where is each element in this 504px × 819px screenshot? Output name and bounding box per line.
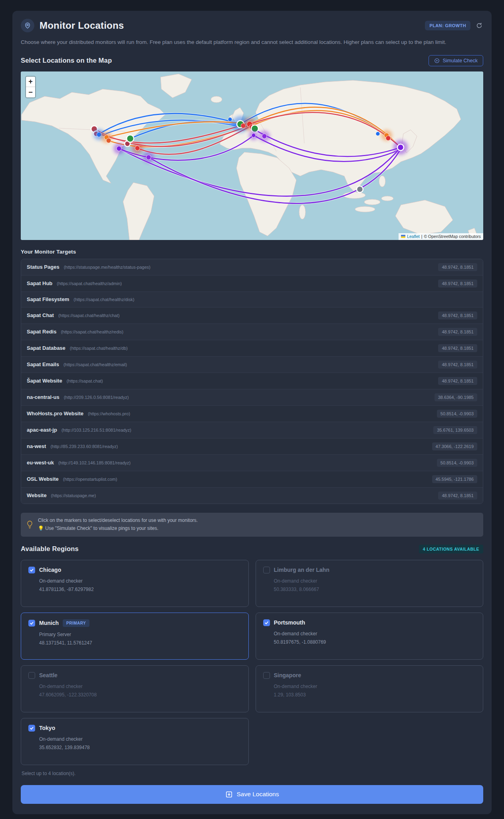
map-marker[interactable] [252, 133, 256, 137]
zoom-in-button[interactable]: + [26, 77, 35, 87]
region-checkbox[interactable] [28, 672, 35, 679]
table-row: WhoHosts.pro Website (https://whohosts.p… [21, 405, 483, 422]
regions-heading: Available Regions [21, 545, 79, 553]
region-card[interactable]: Tokyo PRIMARY On-demand checker 35.65283… [21, 718, 249, 765]
region-name: Munich [39, 620, 59, 626]
region-coords: 35.652832, 139.839478 [39, 745, 241, 750]
world-map-container[interactable]: + − Leaflet | © OpenStreetMap contributo… [21, 71, 483, 240]
map-pin-icon [21, 19, 34, 32]
table-row: Šapat Website (https://sapat.chat) 48.97… [21, 373, 483, 389]
target-url: (https://statuspage.me/healthz/status-pa… [64, 265, 151, 270]
selection-limit-note: Select up to 4 location(s). [22, 771, 482, 776]
target-url: (https://sapat.chat/healthz/redis) [61, 329, 123, 334]
page-header: Monitor Locations PLAN: GROWTH [21, 19, 483, 32]
attribution-separator: | [421, 234, 423, 239]
map-marker[interactable] [228, 117, 232, 121]
target-coords-badge: 35.6761, 139.6503 [433, 426, 477, 434]
map-marker[interactable] [97, 132, 101, 137]
map-marker[interactable] [386, 136, 391, 141]
target-name: Sapat Database [27, 345, 65, 351]
target-coords-badge: 45.5945, -121.1786 [432, 475, 477, 483]
region-coords: 50.8197675, -1.0880769 [274, 639, 476, 645]
world-map[interactable] [21, 71, 483, 240]
table-row: Status Pages (https://statuspage.me/heal… [21, 259, 483, 275]
map-marker[interactable] [397, 144, 404, 151]
check-icon [30, 726, 34, 730]
osm-attribution: © OpenStreetMap contributors [424, 234, 481, 239]
region-card[interactable]: Limburg an der Lahn PRIMARY On-demand ch… [256, 560, 484, 607]
target-name: Sapat Filesystem [27, 296, 69, 302]
target-coords-badge: 48.9742, 8.1851 [438, 311, 477, 319]
zoom-out-button[interactable]: − [26, 87, 35, 97]
target-coords-badge: 48.9742, 8.1851 [438, 280, 477, 288]
target-coords-badge: 48.9742, 8.1851 [438, 377, 477, 385]
region-card[interactable]: Portsmouth PRIMARY On-demand checker 50.… [256, 613, 484, 660]
map-marker[interactable] [357, 186, 363, 192]
region-type: Primary Server [39, 632, 241, 637]
region-type: On-demand checker [274, 631, 476, 637]
target-coords-badge: 50.8514, -0.9903 [437, 410, 477, 418]
region-type: On-demand checker [274, 684, 476, 689]
save-locations-button[interactable]: Save Locations [21, 785, 483, 804]
play-circle-icon [434, 58, 440, 63]
target-name: na-central-us [27, 394, 60, 400]
map-marker[interactable] [135, 146, 140, 151]
map-marker[interactable] [146, 155, 151, 160]
map-section-title: Select Locations on the Map [21, 57, 112, 64]
monitor-locations-panel: Monitor Locations PLAN: GROWTH Choose wh… [12, 11, 492, 814]
region-checkbox[interactable] [263, 567, 270, 573]
region-checkbox[interactable] [263, 672, 270, 679]
target-coords-badge: 48.9742, 8.1851 [438, 263, 477, 271]
table-row: Sapat Chat (https://sapat.chat/healthz/c… [21, 307, 483, 323]
region-name: Seattle [39, 672, 58, 678]
page-title: Monitor Locations [40, 20, 124, 31]
region-card[interactable]: Singapore PRIMARY On-demand checker 1.29… [256, 665, 484, 712]
region-name: Limburg an der Lahn [274, 567, 329, 573]
targets-heading: Your Monitor Targets [21, 249, 483, 255]
region-card[interactable]: Munich PRIMARY Primary Server 48.1371541… [21, 613, 249, 660]
target-name: eu-west-uk [27, 460, 54, 466]
region-checkbox[interactable] [28, 725, 35, 732]
target-url: (http://209.126.0.56:8081/readyz) [64, 395, 129, 400]
target-url: (https://openstartuplist.com) [63, 477, 117, 482]
target-name: Sapat Redis [27, 329, 56, 335]
target-name: na-west [27, 443, 46, 449]
region-card[interactable]: Seattle PRIMARY On-demand checker 47.606… [21, 665, 249, 712]
map-marker[interactable] [106, 138, 111, 143]
target-name: Status Pages [27, 264, 60, 270]
region-checkbox[interactable] [28, 620, 35, 627]
table-row: Sapat Filesystem (https://sapat.chat/hea… [21, 292, 483, 307]
check-icon [264, 621, 269, 625]
target-name: Sapat Emails [27, 361, 59, 367]
table-row: Sapat Hub (https://sapat.chat/healthz/ad… [21, 275, 483, 292]
target-coords-badge: 48.9742, 8.1851 [438, 361, 477, 369]
region-name: Singapore [274, 672, 301, 678]
region-coords: 1.29, 103.8503 [274, 692, 476, 698]
region-type: On-demand checker [39, 684, 241, 689]
target-url: (https://sapat.chat/healthz/admin) [57, 281, 122, 286]
simulate-check-button[interactable]: Simulate Check [429, 55, 483, 66]
target-coords-badge: 47.3066, -122.2619 [432, 442, 477, 450]
region-checkbox[interactable] [263, 619, 270, 626]
tip-line1: Click on the markers to select/deselect … [38, 517, 198, 525]
save-icon [225, 791, 233, 798]
map-marker[interactable] [117, 146, 121, 151]
region-type: On-demand checker [39, 736, 241, 742]
region-name: Chicago [39, 567, 61, 573]
map-marker[interactable] [127, 135, 134, 142]
target-url: (https://statuspage.me) [51, 493, 96, 498]
target-name: WhoHosts.pro Website [27, 410, 83, 416]
table-row: na-central-us (http://209.126.0.56:8081/… [21, 389, 483, 405]
map-marker[interactable] [262, 134, 267, 139]
refresh-icon[interactable] [475, 22, 483, 30]
lightbulb-icon [26, 520, 33, 529]
target-url: (https://sapat.chat/healthz/chat) [58, 313, 119, 318]
tip-text: Click on the markers to select/deselect … [38, 517, 198, 533]
leaflet-link[interactable]: Leaflet [407, 234, 420, 239]
region-checkbox[interactable] [28, 567, 35, 573]
region-name: Tokyo [39, 725, 55, 731]
region-card[interactable]: Chicago PRIMARY On-demand checker 41.878… [21, 560, 249, 607]
region-type: On-demand checker [274, 578, 476, 584]
map-marker[interactable] [376, 132, 380, 136]
target-url: (https://sapat.chat/healthz/db) [70, 346, 128, 351]
